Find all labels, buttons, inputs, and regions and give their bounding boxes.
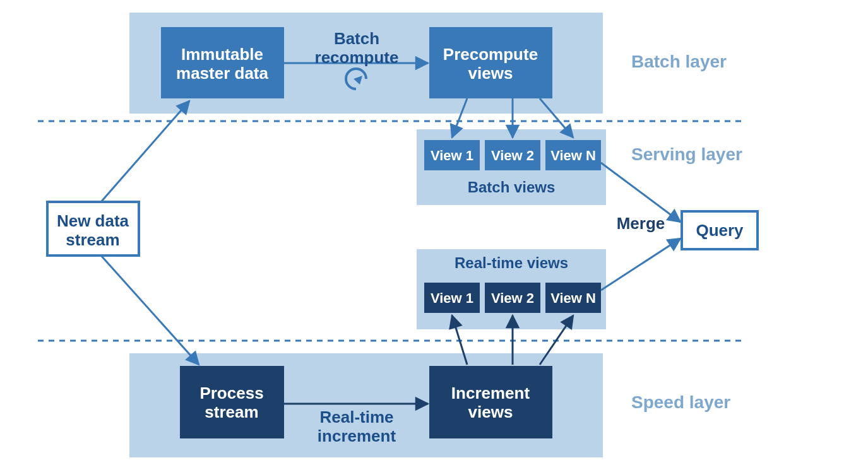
rt-view-1: View 1 [424, 283, 480, 313]
new-data-l1: New data [57, 211, 129, 230]
batch-views-title: Batch views [468, 179, 556, 196]
new-data-l2: stream [66, 230, 119, 249]
query-node: Query [682, 211, 758, 249]
batch-layer-label: Batch layer [631, 52, 727, 71]
svg-text:View 2: View 2 [491, 148, 534, 163]
arrow-newdata-to-process [101, 256, 199, 365]
increment-l2: views [468, 402, 513, 421]
increment-l1: Increment [451, 384, 530, 402]
batch-view-2: View 2 [485, 140, 540, 170]
batch-recompute-l1: Batch [334, 29, 379, 48]
process-stream-l2: stream [205, 402, 258, 421]
batch-view-n: View N [545, 140, 601, 170]
realtime-inc-l1: Real-time [319, 408, 393, 426]
rt-view-n: View N [545, 283, 601, 313]
query-label: Query [696, 221, 744, 240]
speed-layer-label: Speed layer [631, 392, 730, 412]
rt-view-2: View 2 [485, 283, 540, 313]
serving-layer-label: Serving layer [631, 144, 742, 164]
svg-text:View 2: View 2 [491, 290, 534, 306]
realtime-views-title: Real-time views [455, 254, 568, 271]
realtime-inc-l2: increment [318, 426, 396, 445]
arrow-batchviews-to-query [601, 163, 681, 222]
precompute-views-node: Precompute views [429, 27, 552, 98]
immutable-master-l2: master data [176, 64, 268, 83]
precompute-l1: Precompute [443, 45, 538, 64]
arrow-newdata-to-master [101, 101, 189, 202]
svg-text:View N: View N [550, 290, 596, 306]
new-data-stream-node: New data stream [47, 202, 139, 256]
svg-text:View 1: View 1 [431, 290, 473, 306]
svg-text:View 1: View 1 [431, 148, 473, 163]
increment-views-node: Increment views [429, 366, 552, 438]
merge-label: Merge [617, 214, 665, 233]
svg-text:View N: View N [550, 148, 596, 163]
batch-view-1: View 1 [424, 140, 480, 170]
immutable-master-data-node: Immutable master data [161, 27, 284, 98]
process-stream-l1: Process [199, 384, 263, 402]
process-stream-node: Process stream [180, 366, 284, 438]
arrow-rtviews-to-query [601, 238, 681, 290]
precompute-l2: views [468, 64, 513, 83]
batch-recompute-l2: recompute [315, 48, 399, 67]
immutable-master-l1: Immutable [181, 45, 263, 64]
